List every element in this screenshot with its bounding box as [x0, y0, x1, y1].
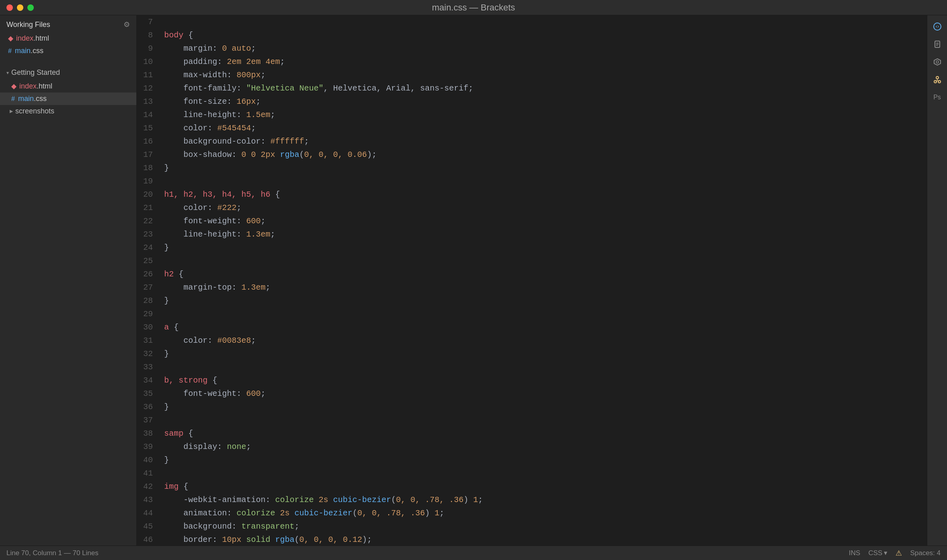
- line-number: 33: [137, 360, 161, 374]
- titlebar: main.css — Brackets: [0, 0, 947, 15]
- line-content: max-width: 800px;: [161, 68, 927, 82]
- table-row: 27 margin-top: 1.3em;: [137, 281, 927, 294]
- chevron-right-icon: ▶: [10, 109, 13, 114]
- line-content: display: none;: [161, 440, 927, 453]
- git-icon[interactable]: [929, 72, 945, 88]
- line-number: 38: [137, 427, 161, 440]
- line-content: [161, 175, 927, 188]
- tree-item-main-css[interactable]: # main.css: [0, 93, 136, 105]
- maximize-button[interactable]: [27, 4, 34, 11]
- photoshop-icon[interactable]: Ps: [929, 89, 945, 105]
- line-number: 36: [137, 400, 161, 414]
- spaces-setting[interactable]: Spaces: 4: [910, 549, 941, 557]
- file-tree-section: ▾ Getting Started ◆ index.html # main.cs…: [0, 65, 136, 117]
- line-number: 15: [137, 121, 161, 135]
- line-content: font-family: "Helvetica Neue", Helvetica…: [161, 82, 927, 95]
- line-content: line-height: 1.5em;: [161, 108, 927, 121]
- chevron-down-icon: ▾: [884, 549, 887, 557]
- working-files-list: ◆ index.html # main.css: [0, 32, 136, 57]
- minimize-button[interactable]: [17, 4, 23, 11]
- tree-list: ◆ index.html # main.css ▶ screenshots: [0, 80, 136, 117]
- window-title: main.css — Brackets: [432, 2, 515, 13]
- chevron-icon: ▾: [6, 70, 9, 76]
- line-number: 30: [137, 321, 161, 334]
- line-number: 17: [137, 148, 161, 161]
- line-content: img {: [161, 480, 927, 493]
- line-content: }: [161, 161, 927, 175]
- line-number: 12: [137, 82, 161, 95]
- file-name: main.css: [15, 47, 43, 55]
- line-content: font-weight: 600;: [161, 214, 927, 228]
- statusbar: Line 70, Column 1 — 70 Lines INS CSS ▾ ⚠…: [0, 546, 947, 560]
- hash-icon: #: [8, 47, 12, 55]
- table-row: 34b, strong {: [137, 374, 927, 387]
- line-content: [161, 414, 927, 427]
- table-row: 20h1, h2, h3, h4, h5, h6 {: [137, 188, 927, 201]
- line-number: 29: [137, 307, 161, 321]
- table-row: 24}: [137, 241, 927, 254]
- table-row: 7: [137, 15, 927, 29]
- line-number: 34: [137, 374, 161, 387]
- files-icon[interactable]: [929, 36, 945, 52]
- line-content: samp {: [161, 427, 927, 440]
- svg-marker-6: [934, 59, 941, 65]
- table-row: 13 font-size: 16px;: [137, 95, 927, 108]
- list-item[interactable]: ◆ index.html: [0, 32, 136, 45]
- table-row: 16 background-color: #ffffff;: [137, 135, 927, 148]
- table-row: 26h2 {: [137, 268, 927, 281]
- line-content: animation: colorize 2s cubic-bezier(0, 0…: [161, 506, 927, 520]
- window-controls: [6, 4, 34, 11]
- file-name: main.css: [18, 95, 47, 103]
- livepreview-icon[interactable]: [929, 19, 945, 35]
- sidebar: Working Files ⚙ ◆ index.html # main.css …: [0, 15, 137, 546]
- tree-folder-header[interactable]: ▾ Getting Started: [0, 65, 136, 80]
- language-selector[interactable]: CSS ▾: [868, 549, 887, 557]
- line-content: background: transparent;: [161, 520, 927, 533]
- table-row: 43 -webkit-animation: colorize 2s cubic-…: [137, 493, 927, 506]
- line-content: padding: 2em 2em 4em;: [161, 55, 927, 68]
- gear-icon[interactable]: ⚙: [124, 20, 130, 29]
- code-editor[interactable]: 7 8body {9 margin: 0 auto;10 padding: 2e…: [137, 15, 927, 546]
- tree-item-screenshots[interactable]: ▶ screenshots: [0, 105, 136, 117]
- table-row: 11 max-width: 800px;: [137, 68, 927, 82]
- folder-name: screenshots: [15, 107, 54, 115]
- list-item[interactable]: # main.css: [0, 45, 136, 57]
- table-row: 41: [137, 467, 927, 480]
- line-content: [161, 254, 927, 268]
- table-row: 44 animation: colorize 2s cubic-bezier(0…: [137, 506, 927, 520]
- diamond-icon: ◆: [8, 35, 13, 42]
- line-number: 10: [137, 55, 161, 68]
- warning-icon: ⚠: [896, 549, 902, 558]
- line-number: 35: [137, 387, 161, 400]
- table-row: 17 box-shadow: 0 0 2px rgba(0, 0, 0, 0.0…: [137, 148, 927, 161]
- close-button[interactable]: [6, 4, 13, 11]
- line-number: 32: [137, 347, 161, 360]
- line-content: h1, h2, h3, h4, h5, h6 {: [161, 188, 927, 201]
- line-number: 18: [137, 161, 161, 175]
- diamond-icon: ◆: [11, 82, 16, 90]
- tree-item-index[interactable]: ◆ index.html: [0, 80, 136, 93]
- language-name: CSS: [868, 549, 882, 557]
- line-number: 21: [137, 201, 161, 214]
- extensions-icon[interactable]: [929, 54, 945, 70]
- table-row: 32}: [137, 347, 927, 360]
- line-number: 31: [137, 334, 161, 347]
- table-row: 31 color: #0083e8;: [137, 334, 927, 347]
- table-row: 33: [137, 360, 927, 374]
- line-content: color: #222;: [161, 201, 927, 214]
- line-content: a {: [161, 321, 927, 334]
- table-row: 36}: [137, 400, 927, 414]
- line-number: 11: [137, 68, 161, 82]
- line-number: 8: [137, 29, 161, 42]
- working-files-title: Working Files: [6, 21, 50, 29]
- line-content: color: #545454;: [161, 121, 927, 135]
- table-row: 25: [137, 254, 927, 268]
- svg-point-8: [936, 76, 939, 79]
- line-number: 37: [137, 414, 161, 427]
- line-number: 26: [137, 268, 161, 281]
- table-row: 8body {: [137, 29, 927, 42]
- table-row: 28}: [137, 294, 927, 307]
- table-row: 14 line-height: 1.5em;: [137, 108, 927, 121]
- line-number: 9: [137, 42, 161, 55]
- table-row: 18}: [137, 161, 927, 175]
